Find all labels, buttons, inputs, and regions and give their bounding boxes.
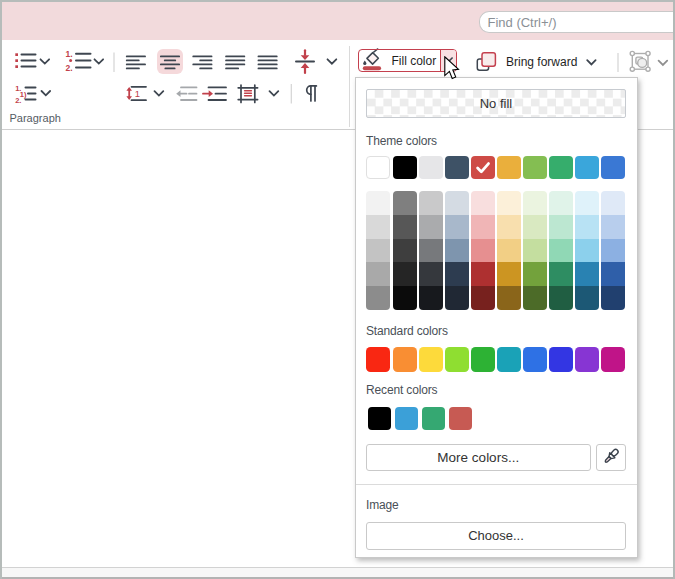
svg-text:2.: 2. [66, 63, 73, 73]
svg-text:1: 1 [135, 88, 140, 99]
svg-text:1.: 1. [66, 49, 73, 59]
svg-text:2.: 2. [15, 96, 21, 105]
